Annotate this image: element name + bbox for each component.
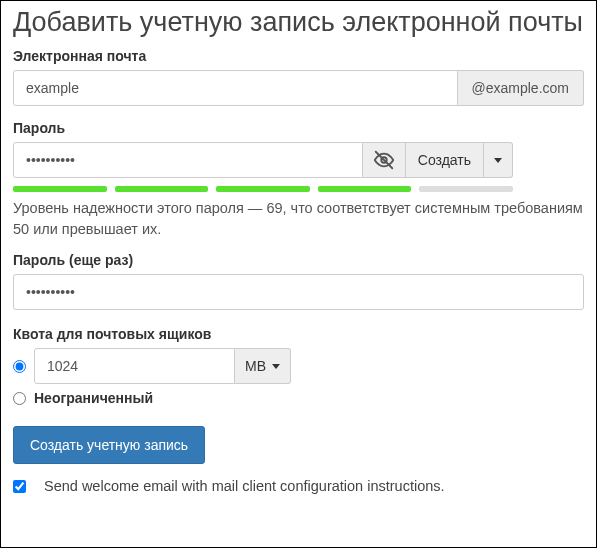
welcome-email-checkbox[interactable] bbox=[13, 480, 26, 493]
quota-input-group: MB bbox=[34, 348, 234, 384]
quota-unlimited-row: Неограниченный bbox=[13, 390, 584, 406]
strength-segment bbox=[115, 186, 209, 192]
password-confirm-input[interactable] bbox=[13, 274, 584, 310]
password-input[interactable] bbox=[13, 142, 363, 178]
chevron-down-icon bbox=[494, 158, 502, 163]
quota-custom-radio[interactable] bbox=[13, 360, 26, 373]
eye-off-icon bbox=[373, 149, 395, 171]
toggle-visibility-button[interactable] bbox=[363, 142, 406, 178]
quota-unit-dropdown[interactable]: MB bbox=[235, 348, 291, 384]
quota-unlimited-label: Неограниченный bbox=[34, 390, 153, 406]
password-strength-hint: Уровень надежности этого пароля — 69, чт… bbox=[13, 198, 584, 240]
email-label: Электронная почта bbox=[13, 48, 584, 64]
quota-unit-label: MB bbox=[245, 358, 266, 374]
password-strength-meter bbox=[13, 186, 513, 192]
create-account-button[interactable]: Создать учетную запись bbox=[13, 426, 205, 464]
strength-segment bbox=[419, 186, 513, 192]
quota-custom-row: MB bbox=[13, 348, 584, 384]
password-label: Пароль bbox=[13, 120, 584, 136]
password-input-group: Создать bbox=[13, 142, 513, 178]
strength-segment bbox=[216, 186, 310, 192]
page-title: Добавить учетную запись электронной почт… bbox=[13, 7, 584, 38]
generate-password-dropdown[interactable] bbox=[484, 142, 513, 178]
quota-unlimited-radio[interactable] bbox=[13, 392, 26, 405]
quota-label: Квота для почтовых ящиков bbox=[13, 326, 584, 342]
quota-value-input[interactable] bbox=[34, 348, 235, 384]
strength-segment bbox=[13, 186, 107, 192]
email-input-group: @example.com bbox=[13, 70, 584, 106]
email-domain-addon: @example.com bbox=[458, 70, 584, 106]
password-confirm-label: Пароль (еще раз) bbox=[13, 252, 584, 268]
add-email-account-form: Добавить учетную запись электронной почт… bbox=[0, 0, 597, 548]
email-input[interactable] bbox=[13, 70, 458, 106]
welcome-email-label: Send welcome email with mail client conf… bbox=[44, 478, 445, 494]
strength-segment bbox=[318, 186, 412, 192]
chevron-down-icon bbox=[272, 364, 280, 369]
generate-password-button[interactable]: Создать bbox=[406, 142, 484, 178]
welcome-email-row: Send welcome email with mail client conf… bbox=[13, 478, 584, 494]
